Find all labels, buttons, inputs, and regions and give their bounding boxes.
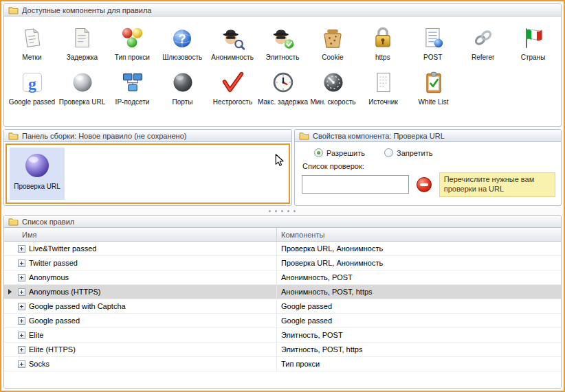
rule-components-cell: Элитность, POST, https [276, 343, 561, 356]
network-icon [120, 70, 145, 95]
component-label: Мин. скорость [308, 98, 358, 106]
component-item[interactable]: Тип прокси [107, 25, 157, 61]
component-item[interactable]: Макс. задержка [258, 70, 308, 106]
table-row[interactable]: EliteЭлитность, POST [4, 328, 561, 343]
radio-row: Разрешить Запретить [314, 148, 555, 157]
remove-check-button[interactable] [417, 177, 432, 192]
rule-name: Elite [29, 331, 43, 339]
expand-plus-icon[interactable] [18, 260, 25, 267]
radio-deny[interactable]: Запретить [384, 148, 433, 157]
expand-plus-icon[interactable] [18, 288, 25, 296]
component-label: https [357, 54, 408, 61]
folder-icon [8, 5, 19, 14]
radio-deny-circle[interactable] [384, 148, 393, 157]
row-gutter [4, 314, 15, 327]
traffic-icon [120, 25, 144, 50]
component-item[interactable]: Referer [458, 25, 508, 61]
properties-body: Разрешить Запретить Список проверок: Пер… [295, 142, 561, 205]
expand-plus-icon[interactable] [18, 245, 25, 253]
component-label: Google passed [7, 98, 57, 106]
selected-row-arrow-icon [8, 289, 12, 295]
expand-plus-icon[interactable] [18, 360, 25, 368]
component-item[interactable]: Шлюзовость [157, 25, 208, 61]
rule-components-cell: Анонимность, POST, https [276, 285, 561, 299]
assembly-item[interactable]: Проверка URL [10, 148, 65, 200]
component-item[interactable]: Задержка [57, 25, 107, 61]
table-row[interactable]: Google passed with CaptchaGoogle passed [4, 299, 561, 314]
lock-icon [370, 25, 395, 50]
component-label: Элитность [258, 54, 308, 61]
rule-name-cell: Twitter passed [15, 256, 276, 270]
components-panel-header: Доступные компоненты для правила [4, 4, 561, 16]
properties-panel: Свойства компонента: Проверка URL Разреш… [294, 129, 562, 206]
rule-components-cell: Элитность, POST [276, 328, 561, 342]
rule-name: Anonymous [29, 273, 69, 281]
expand-plus-icon[interactable] [18, 346, 25, 354]
sphere-gray-icon [70, 70, 95, 95]
checks-input-row: Перечислите нужные вам проверки на URL [302, 172, 555, 197]
components-row-1: МеткиЗадержкаТип проксиШлюзовостьАнонимн… [4, 25, 561, 61]
component-item[interactable]: Нестрогость [208, 70, 258, 106]
properties-panel-header: Свойства компонента: Проверка URL [295, 130, 561, 142]
table-row[interactable]: Google passedGoogle passed [4, 314, 561, 328]
row-gutter [4, 299, 15, 313]
component-label: White List [408, 98, 458, 106]
row-gutter [4, 256, 15, 270]
post-icon [421, 25, 445, 50]
chain-icon [471, 25, 496, 50]
component-item[interactable]: Проверка URL [57, 70, 107, 106]
rule-components-cell: Проверка URL, Анонимность [276, 256, 561, 270]
table-row[interactable]: Live&Twitter passedПроверка URL, Анонимн… [4, 242, 561, 256]
component-item[interactable]: Метки [7, 25, 57, 61]
component-label: Порты [157, 98, 208, 106]
column-header-name[interactable]: Имя [15, 228, 276, 241]
component-label: Источник [358, 98, 408, 106]
note-icon [19, 25, 44, 50]
table-row[interactable]: Anonymous (HTTPS)Анонимность, POST, http… [4, 285, 561, 299]
spy-anon-icon [220, 25, 245, 50]
gauge-icon [321, 70, 346, 95]
source-icon [371, 70, 396, 95]
table-row[interactable]: Twitter passedПроверка URL, Анонимность [4, 256, 561, 270]
table-row[interactable]: Elite (HTTPS)Элитность, POST, https [4, 343, 561, 357]
sphere-dark-icon [170, 70, 195, 95]
expand-plus-icon[interactable] [18, 303, 25, 310]
column-header-components[interactable]: Компоненты [276, 228, 561, 241]
table-row[interactable]: AnonymousАнонимность, POST [4, 270, 561, 285]
component-item[interactable]: POST [408, 25, 458, 61]
rule-name: Anonymous (HTTPS) [29, 288, 101, 296]
whitelist-icon [421, 70, 446, 95]
component-label: Шлюзовость [157, 54, 208, 61]
table-row[interactable]: SocksТип прокси [4, 357, 561, 371]
component-item[interactable]: Страны [508, 25, 558, 61]
component-item[interactable]: Анонимность [208, 25, 258, 61]
horizontal-splitter[interactable] [3, 208, 562, 213]
row-gutter [4, 270, 15, 284]
radio-allow-circle[interactable] [314, 148, 323, 157]
rule-name-cell: Elite (HTTPS) [15, 343, 276, 356]
component-item[interactable]: https [357, 25, 408, 61]
checks-input[interactable] [302, 175, 409, 194]
component-item[interactable]: Источник [358, 70, 408, 106]
header-gutter [4, 228, 15, 241]
expand-plus-icon[interactable] [18, 274, 25, 281]
component-item[interactable]: Порты [157, 70, 208, 106]
component-item[interactable]: White List [408, 70, 458, 106]
component-item[interactable]: Элитность [258, 25, 308, 61]
assembly-item-label: Проверка URL [10, 183, 65, 190]
component-item[interactable]: Мин. скорость [308, 70, 358, 106]
expand-plus-icon[interactable] [18, 332, 25, 339]
radio-allow[interactable]: Разрешить [314, 148, 365, 157]
expand-plus-icon[interactable] [18, 317, 25, 325]
middle-row: Панель сборки: Новое правило (не сохране… [3, 129, 562, 206]
google-icon [20, 70, 45, 95]
assembly-drop-area[interactable]: Проверка URL [5, 143, 290, 204]
component-item[interactable]: Google passed [7, 70, 57, 106]
row-gutter [4, 357, 15, 371]
component-label: Страны [508, 54, 558, 61]
assembly-panel: Панель сборки: Новое правило (не сохране… [3, 129, 292, 206]
rule-name-cell: Google passed [15, 314, 276, 327]
component-label: POST [408, 54, 458, 61]
component-item[interactable]: IP-подсети [107, 70, 157, 106]
component-item[interactable]: Cookie [307, 25, 357, 61]
